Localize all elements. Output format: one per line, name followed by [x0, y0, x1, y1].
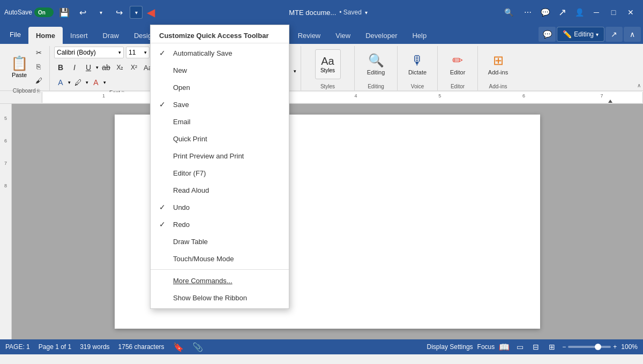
- text-color-btn[interactable]: A: [89, 76, 102, 89]
- zoom-slider[interactable]: − +: [562, 343, 617, 351]
- zoom-thumb[interactable]: [595, 344, 601, 350]
- bold-btn[interactable]: B: [54, 61, 67, 74]
- dictate-btn[interactable]: 🎙 Dictate: [405, 49, 430, 79]
- minimize-btn[interactable]: ─: [588, 4, 604, 20]
- format-painter-btn[interactable]: 🖌: [32, 74, 45, 87]
- editor-btn[interactable]: ✏ Editor: [445, 49, 470, 79]
- ruler-v-6: 6: [0, 132, 11, 143]
- underline-btn[interactable]: U: [82, 61, 95, 74]
- tab-insert[interactable]: Insert: [63, 27, 95, 44]
- styles-btn[interactable]: Aa Styles: [315, 49, 341, 79]
- ruler-mark-1: 1: [102, 93, 105, 98]
- zoom-plus[interactable]: +: [613, 343, 617, 351]
- redo-btn[interactable]: ↪: [111, 5, 126, 20]
- tab-file[interactable]: File: [2, 25, 28, 44]
- dropdown-item-quick-print[interactable]: Quick Print: [151, 130, 289, 147]
- outline-btn[interactable]: ⊞: [546, 341, 558, 353]
- dropdown-item-redo[interactable]: ✓ Redo: [151, 216, 289, 233]
- font-name-value: Calibri (Body): [57, 49, 96, 56]
- tab-draw[interactable]: Draw: [95, 27, 126, 44]
- tab-developer[interactable]: Developer: [358, 27, 405, 44]
- redo-label: Redo: [173, 221, 190, 229]
- print-layout-btn[interactable]: ▭: [514, 341, 526, 353]
- dropdown-item-auto-save[interactable]: ✓ Automatically Save: [151, 44, 289, 62]
- focus-btn[interactable]: Focus: [477, 343, 495, 351]
- dropdown-item-more-commands[interactable]: More Commands...: [151, 272, 289, 289]
- dropdown-item-read-aloud[interactable]: Read Aloud: [151, 181, 289, 199]
- superscript-btn[interactable]: X²: [128, 61, 140, 74]
- font-color-dropdown[interactable]: ▾: [68, 80, 71, 85]
- dropdown-item-new[interactable]: New: [151, 62, 289, 79]
- paste-btn[interactable]: 📋 Paste: [8, 51, 31, 81]
- quick-access-dropdown-btn[interactable]: ▾: [130, 6, 143, 19]
- undo-check: ✓: [159, 203, 168, 211]
- dropdown-item-save[interactable]: ✓ Save: [151, 96, 289, 113]
- comments-btn[interactable]: 💬: [537, 4, 553, 20]
- paste-icon: 📋: [11, 55, 28, 72]
- dropdown-item-open[interactable]: Open: [151, 79, 289, 96]
- touch-mode-label: Touch/Mouse Mode: [173, 255, 234, 263]
- highlight-dropdown[interactable]: ▾: [86, 80, 88, 85]
- share-ribbon-btn[interactable]: ↗: [605, 27, 623, 42]
- dropdown-item-undo[interactable]: ✓ Undo: [151, 199, 289, 216]
- editing-ribbon-btn[interactable]: 🔍 Editing: [363, 49, 389, 79]
- dropdown-item-email[interactable]: Email: [151, 113, 289, 130]
- copy-btn[interactable]: ⎘: [32, 60, 45, 73]
- read-mode-btn[interactable]: 📖: [499, 342, 510, 352]
- dropdown-item-editor-f7[interactable]: Editor (F7): [151, 164, 289, 181]
- share-doc-icon[interactable]: 📎: [192, 342, 203, 352]
- ribbon-tabs: File Home Insert Draw Design Layout Refe…: [0, 25, 643, 44]
- editor-label: Editor: [450, 69, 466, 75]
- tab-home[interactable]: Home: [28, 27, 63, 44]
- collapse-ribbon-btn[interactable]: ∧: [624, 27, 641, 42]
- addins-btn[interactable]: ⊞ Add-ins: [485, 49, 511, 79]
- save-icon-btn[interactable]: 💾: [57, 5, 72, 20]
- zoom-minus[interactable]: −: [562, 343, 566, 351]
- left-ruler: 5 6 7 8: [0, 104, 12, 339]
- dropdown-item-print-preview[interactable]: Print Preview and Print: [151, 147, 289, 164]
- font-name-select[interactable]: Calibri (Body) ▾: [54, 47, 124, 58]
- highlight-btn[interactable]: 🖊: [72, 76, 85, 89]
- strikethrough-btn[interactable]: ab: [100, 61, 113, 74]
- borders-dropdown[interactable]: ▾: [294, 69, 296, 74]
- search-btn[interactable]: 🔍: [500, 4, 517, 20]
- zoom-percent[interactable]: 100%: [621, 343, 638, 351]
- web-layout-btn[interactable]: ⊟: [530, 341, 542, 353]
- tab-view[interactable]: View: [328, 27, 358, 44]
- saved-dropdown[interactable]: ▾: [365, 10, 368, 16]
- undo-btn[interactable]: ↩: [75, 5, 90, 20]
- zoom-track[interactable]: [568, 346, 611, 348]
- display-settings-btn[interactable]: Display Settings: [427, 343, 473, 351]
- indent-marker-right[interactable]: [608, 98, 612, 103]
- user-btn[interactable]: 👤: [571, 4, 587, 20]
- ruler-v-8: 8: [0, 177, 11, 188]
- underline-dropdown[interactable]: ▾: [96, 65, 99, 70]
- tab-help[interactable]: Help: [405, 27, 434, 44]
- maximize-btn[interactable]: □: [605, 4, 622, 20]
- text-color-dropdown[interactable]: ▾: [103, 80, 106, 85]
- font-color-btn[interactable]: A: [54, 76, 67, 89]
- dictate-label: Dictate: [408, 69, 427, 75]
- subscript-btn[interactable]: X₂: [114, 61, 126, 74]
- dropdown-item-show-below[interactable]: Show Below the Ribbon: [151, 289, 289, 306]
- close-btn[interactable]: ✕: [623, 4, 639, 20]
- bookmark-icon[interactable]: 🔖: [173, 342, 184, 352]
- autosave-toggle[interactable]: On: [34, 7, 54, 17]
- comments-ribbon-btn[interactable]: 💬: [539, 27, 556, 42]
- cut-btn[interactable]: ✂: [32, 46, 45, 59]
- ribbon-collapse-btn[interactable]: ∧: [637, 82, 641, 88]
- ribbon-display-btn[interactable]: ⋯: [520, 4, 536, 20]
- ruler-mark-5: 5: [438, 93, 441, 98]
- word-count[interactable]: 319 words: [80, 343, 109, 351]
- undo-dropdown[interactable]: ▾: [93, 5, 108, 20]
- italic-btn[interactable]: I: [68, 61, 81, 74]
- font-size-select[interactable]: 11 ▾: [126, 47, 149, 58]
- clipboard-expand[interactable]: ⎘: [37, 88, 40, 94]
- share-btn[interactable]: ↗: [554, 4, 570, 20]
- tab-review[interactable]: Review: [290, 27, 328, 44]
- char-count[interactable]: 1756 characters: [118, 343, 165, 351]
- clipboard-group: 📋 Paste ✂ ⎘ 🖌 Clipboard ⎘: [3, 46, 50, 90]
- dropdown-item-touch-mode[interactable]: Touch/Mouse Mode: [151, 250, 289, 267]
- dropdown-item-draw-table[interactable]: Draw Table: [151, 233, 289, 250]
- editing-mode-btn[interactable]: ✏️ Editing ▾: [557, 27, 604, 42]
